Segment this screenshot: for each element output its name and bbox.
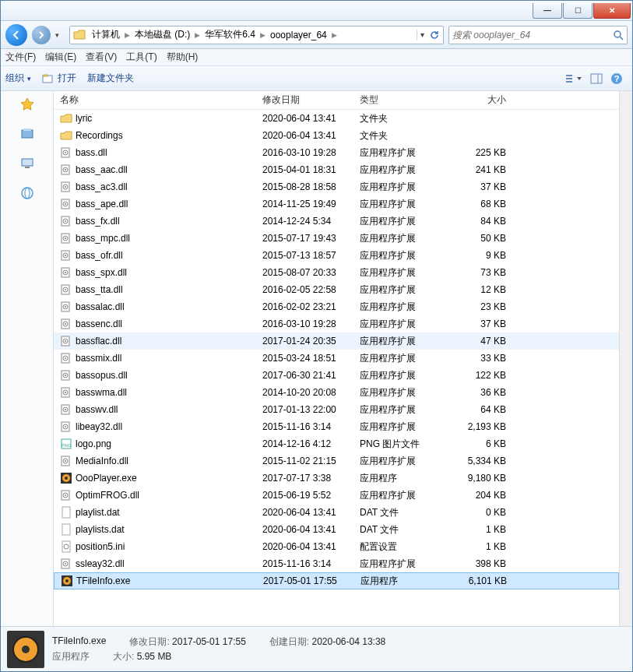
- file-date: 2014-11-25 19:49: [256, 199, 353, 209]
- detail-filetype: 应用程序: [52, 650, 90, 663]
- file-name: bass_ape.dll: [76, 199, 128, 209]
- menu-tools[interactable]: 工具(T): [126, 51, 156, 64]
- maximize-button[interactable]: ☐: [563, 3, 593, 19]
- file-row[interactable]: bass_spx.dll2015-08-07 20:33应用程序扩展73 KB: [54, 264, 619, 281]
- file-date: 2015-06-19 5:52: [256, 490, 353, 501]
- file-row[interactable]: bassenc.dll2016-03-10 19:28应用程序扩展37 KB: [54, 315, 619, 332]
- favorites-icon[interactable]: [20, 97, 34, 111]
- file-type: 应用程序扩展: [353, 215, 441, 228]
- detail-created-label: 创建日期:: [269, 636, 309, 647]
- file-icon: [60, 283, 72, 296]
- file-row[interactable]: lyric2020-06-04 13:41文件夹: [54, 110, 619, 127]
- file-row[interactable]: basswma.dll2014-10-20 20:08应用程序扩展36 KB: [54, 384, 619, 401]
- file-size: 6 KB: [441, 438, 519, 449]
- network-icon[interactable]: [20, 186, 34, 200]
- file-row[interactable]: bassflac.dll2017-01-24 20:35应用程序扩展47 KB: [54, 332, 619, 350]
- file-row[interactable]: OptimFROG.dll2015-06-19 5:52应用程序扩展204 KB: [54, 487, 619, 504]
- file-size: 6,101 KB: [441, 575, 519, 586]
- computer-icon[interactable]: [20, 157, 34, 171]
- file-row[interactable]: bassalac.dll2016-02-02 23:21应用程序扩展23 KB: [54, 298, 619, 315]
- help-icon[interactable]: ?: [610, 72, 623, 85]
- search-icon[interactable]: [613, 30, 624, 40]
- file-row[interactable]: playlist.dat2020-06-04 13:41DAT 文件0 KB: [54, 504, 619, 521]
- forward-button[interactable]: [32, 26, 51, 44]
- file-row[interactable]: bass_aac.dll2015-04-01 18:31应用程序扩展241 KB: [54, 161, 619, 178]
- breadcrumb[interactable]: 计算机: [89, 26, 123, 44]
- file-row[interactable]: libeay32.dll2015-11-16 3:14应用程序扩展2,193 K…: [54, 418, 619, 435]
- menu-help[interactable]: 帮助(H): [167, 51, 199, 64]
- file-name: playlist.dat: [76, 507, 120, 518]
- file-row[interactable]: bass_mpc.dll2015-07-17 19:43应用程序扩展50 KB: [54, 230, 619, 247]
- scrollbar[interactable]: [619, 91, 632, 626]
- file-name: MediaInfo.dll: [76, 456, 128, 466]
- detail-modified-value: 2017-05-01 17:55: [172, 636, 246, 647]
- breadcrumb[interactable]: 本地磁盘 (D:): [132, 26, 193, 44]
- file-date: 2015-11-02 21:15: [256, 456, 353, 466]
- file-icon: [60, 455, 72, 467]
- file-row[interactable]: ssleay32.dll2015-11-16 3:14应用程序扩展398 KB: [54, 555, 619, 572]
- back-button[interactable]: [5, 24, 27, 46]
- file-icon: PNG: [60, 438, 72, 450]
- view-options-button[interactable]: [565, 73, 582, 84]
- file-icon: [60, 403, 72, 416]
- breadcrumb[interactable]: 华军软件6.4: [202, 26, 258, 44]
- col-type[interactable]: 类型: [353, 93, 441, 107]
- col-date[interactable]: 修改日期: [256, 93, 353, 107]
- close-button[interactable]: ✕: [593, 3, 631, 19]
- file-row[interactable]: OooPlayer.exe2017-07-17 3:38应用程序9,180 KB: [54, 470, 619, 487]
- file-row[interactable]: bass_ape.dll2014-11-25 19:49应用程序扩展68 KB: [54, 195, 619, 213]
- file-list[interactable]: lyric2020-06-04 13:41文件夹Recordings2020-0…: [54, 110, 619, 626]
- file-name: bass_mpc.dll: [76, 233, 130, 244]
- file-date: 2020-06-04 13:41: [256, 113, 353, 124]
- file-date: 2020-06-04 13:41: [256, 524, 353, 535]
- file-row[interactable]: bass_ofr.dll2015-07-13 18:57应用程序扩展9 KB: [54, 247, 619, 264]
- file-row[interactable]: MediaInfo.dll2015-11-02 21:15应用程序扩展5,334…: [54, 452, 619, 470]
- file-size: 241 KB: [441, 164, 519, 175]
- file-row[interactable]: bass_fx.dll2014-12-24 5:34应用程序扩展84 KB: [54, 213, 619, 230]
- file-type: 应用程序扩展: [353, 420, 441, 434]
- file-row[interactable]: bassmix.dll2015-03-24 18:51应用程序扩展33 KB: [54, 350, 619, 367]
- preview-pane-button[interactable]: [590, 73, 603, 84]
- file-row[interactable]: bass_tta.dll2016-02-05 22:58应用程序扩展12 KB: [54, 281, 619, 298]
- libraries-icon[interactable]: [20, 127, 34, 141]
- file-icon: [60, 558, 72, 570]
- file-row[interactable]: playlists.dat2020-06-04 13:41DAT 文件1 KB: [54, 521, 619, 538]
- file-icon: [60, 215, 72, 227]
- file-size: 9,180 KB: [441, 473, 519, 484]
- menu-file[interactable]: 文件(F): [5, 51, 36, 64]
- open-button[interactable]: 打开: [42, 72, 76, 85]
- nav-history-dropdown[interactable]: ▾: [55, 31, 65, 39]
- file-type: 应用程序: [354, 575, 441, 588]
- file-row[interactable]: bass.dll2016-03-10 19:28应用程序扩展225 KB: [54, 144, 619, 161]
- file-row[interactable]: TFileInfo.exe2017-05-01 17:55应用程序6,101 K…: [54, 572, 619, 589]
- file-row[interactable]: bassopus.dll2017-06-30 21:41应用程序扩展122 KB: [54, 367, 619, 384]
- address-bar[interactable]: 计算机▶ 本地磁盘 (D:)▶ 华军软件6.4▶ oooplayer_64▶ ▾: [69, 26, 444, 44]
- breadcrumb[interactable]: oooplayer_64: [267, 26, 330, 44]
- file-icon: [61, 575, 73, 587]
- file-size: 33 KB: [441, 353, 519, 364]
- file-row[interactable]: basswv.dll2017-01-13 22:00应用程序扩展64 KB: [54, 401, 619, 418]
- organize-button[interactable]: 组织▾: [5, 72, 31, 85]
- menu-view[interactable]: 查看(V): [86, 51, 117, 64]
- file-type: 应用程序扩展: [353, 283, 441, 297]
- col-size[interactable]: 大小: [441, 93, 519, 107]
- file-icon: [60, 266, 72, 279]
- new-folder-button[interactable]: 新建文件夹: [87, 72, 134, 85]
- file-row[interactable]: PNGlogo.png2014-12-16 4:12PNG 图片文件6 KB: [54, 435, 619, 452]
- minimize-button[interactable]: —: [533, 3, 562, 19]
- file-icon: [60, 540, 72, 553]
- col-name[interactable]: 名称: [54, 93, 256, 107]
- file-date: 2016-02-05 22:58: [256, 284, 353, 295]
- file-row[interactable]: position5.ini2020-06-04 13:41配置设置1 KB: [54, 538, 619, 555]
- file-name: lyric: [76, 113, 92, 124]
- file-icon: [60, 369, 72, 382]
- menu-edit[interactable]: 编辑(E): [45, 51, 76, 64]
- file-date: 2016-03-10 19:28: [256, 147, 353, 158]
- file-type: 应用程序: [353, 472, 441, 485]
- file-row[interactable]: Recordings2020-06-04 13:41文件夹: [54, 127, 619, 144]
- search-box[interactable]: [448, 26, 628, 44]
- search-input[interactable]: [452, 30, 613, 40]
- refresh-icon[interactable]: [429, 30, 440, 40]
- address-dropdown[interactable]: ▾: [420, 30, 424, 39]
- file-row[interactable]: bass_ac3.dll2015-08-28 18:58应用程序扩展37 KB: [54, 178, 619, 195]
